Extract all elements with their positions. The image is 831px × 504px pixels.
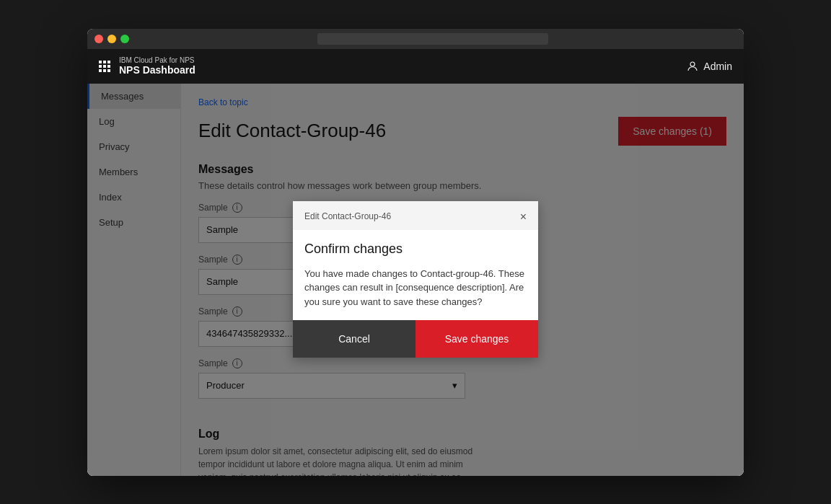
modal-header: Edit Contact-Group-46 × <box>293 201 538 230</box>
title-bar-url-area <box>129 33 737 45</box>
svg-point-9 <box>690 62 695 66</box>
url-bar <box>317 33 548 45</box>
traffic-lights <box>94 35 129 43</box>
svg-rect-8 <box>107 69 110 72</box>
modal-header-title: Edit Contact-Group-46 <box>304 211 391 221</box>
nav-user-label: Admin <box>703 61 732 72</box>
content-area: Messages Log Privacy Members Index Setup… <box>87 84 744 476</box>
svg-rect-1 <box>103 61 106 63</box>
title-bar <box>87 29 744 49</box>
minimize-traffic-light[interactable] <box>107 35 116 43</box>
nav-brand-sub: IBM Cloud Pak for NPS <box>119 56 195 64</box>
modal-overlay[interactable]: Edit Contact-Group-46 × Confirm changes … <box>87 84 744 476</box>
modal-footer: Cancel Save changes <box>293 320 538 358</box>
nav-bar: IBM Cloud Pak for NPS NPS Dashboard Admi… <box>87 49 744 84</box>
modal-dialog: Edit Contact-Group-46 × Confirm changes … <box>293 201 538 358</box>
app-window: IBM Cloud Pak for NPS NPS Dashboard Admi… <box>87 29 744 476</box>
maximize-traffic-light[interactable] <box>120 35 129 43</box>
svg-rect-5 <box>107 65 110 68</box>
modal-title: Confirm changes <box>304 242 527 257</box>
svg-rect-0 <box>99 61 102 63</box>
close-traffic-light[interactable] <box>94 35 103 43</box>
modal-close-button[interactable]: × <box>520 211 527 223</box>
modal-body: Confirm changes You have made changes to… <box>293 230 538 321</box>
nav-user[interactable]: Admin <box>686 60 732 73</box>
user-icon <box>686 60 699 73</box>
modal-body-text: You have made changes to Contact-group-4… <box>304 267 527 309</box>
grid-icon[interactable] <box>99 61 110 72</box>
svg-rect-7 <box>103 69 106 72</box>
svg-rect-4 <box>103 65 106 68</box>
modal-save-button[interactable]: Save changes <box>416 320 538 358</box>
svg-rect-3 <box>99 65 102 68</box>
nav-brand: IBM Cloud Pak for NPS NPS Dashboard <box>119 56 195 76</box>
nav-brand-main: NPS Dashboard <box>119 64 195 76</box>
svg-rect-2 <box>107 61 110 63</box>
modal-cancel-button[interactable]: Cancel <box>293 320 416 358</box>
svg-rect-6 <box>99 69 102 72</box>
